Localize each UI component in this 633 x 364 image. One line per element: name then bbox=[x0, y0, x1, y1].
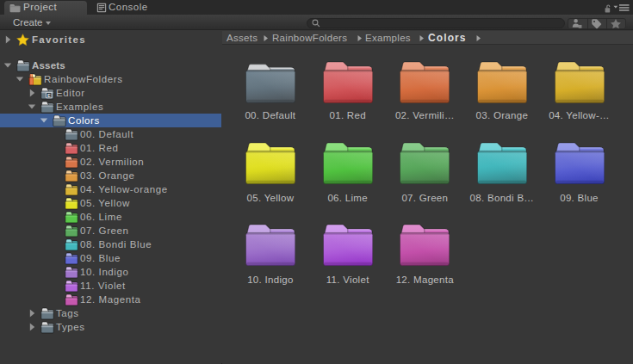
svg-text:E: E bbox=[47, 93, 51, 98]
